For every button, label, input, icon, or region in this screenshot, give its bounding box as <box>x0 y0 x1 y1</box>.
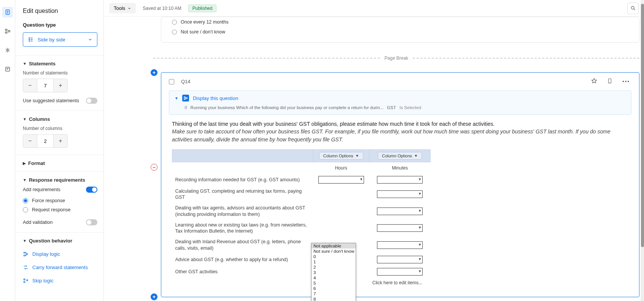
delete-question-button[interactable]: − <box>151 164 157 171</box>
search-button[interactable] <box>627 3 639 14</box>
add-requirements-toggle[interactable] <box>86 187 97 193</box>
decrement-button[interactable]: − <box>23 135 37 147</box>
column-header-minutes[interactable]: Minutes <box>369 162 431 174</box>
dropdown-option[interactable]: 4 <box>312 275 356 280</box>
statement-cell[interactable]: Learning about new or existing tax laws … <box>172 220 313 237</box>
question-id: Q14 <box>181 79 191 84</box>
num-columns-label: Number of columns <box>23 126 97 131</box>
caret-down-icon: ▼ <box>414 154 418 158</box>
column-options-button[interactable]: Column Options▼ <box>319 152 363 160</box>
edit-items-link[interactable]: Click here to edit items... <box>369 278 431 288</box>
more-button[interactable]: ••• <box>621 79 631 84</box>
caret-down-icon: ▼ <box>23 239 27 243</box>
columns-count-input[interactable] <box>37 135 54 147</box>
preview-button[interactable] <box>606 78 614 85</box>
question-header: Q14 ••• <box>161 73 639 90</box>
rail-survey-icon[interactable] <box>2 7 13 17</box>
increment-button[interactable]: + <box>54 79 67 92</box>
carry-forward-link[interactable]: Carry forward statements <box>23 261 97 274</box>
dropdown-option[interactable]: Not applicable <box>312 243 356 249</box>
statement-cell[interactable]: Advice about GST (e.g. whether to apply … <box>172 253 313 266</box>
decrement-button[interactable]: − <box>23 79 37 92</box>
request-response-radio[interactable]: Request response <box>23 207 97 212</box>
previous-question-card[interactable]: Once every 12 months Not sure / don't kn… <box>161 17 639 43</box>
question-type-value: Side by side <box>38 37 65 43</box>
rail-flow-icon[interactable] <box>2 26 13 36</box>
column-header-hours[interactable]: Hours <box>313 162 369 174</box>
add-validation-toggle[interactable] <box>86 219 97 225</box>
branch-icon <box>23 251 29 257</box>
minutes-dropdown[interactable] <box>377 224 423 232</box>
display-logic-header[interactable]: ▼ Display this question <box>169 91 631 105</box>
logic-icon <box>182 95 189 101</box>
dropdown-option[interactable]: 2 <box>312 265 356 270</box>
main-area: Tools Saved at 10:10 AM Published Once e… <box>104 0 644 301</box>
star-icon <box>591 78 597 84</box>
dropdown-option[interactable]: 0 <box>312 254 356 259</box>
radio-option[interactable]: Once every 12 months <box>172 17 628 27</box>
hours-dropdown[interactable] <box>318 176 364 184</box>
table-row: Advice about GST (e.g. whether to apply … <box>172 253 431 266</box>
dropdown-option[interactable]: 6 <box>312 286 356 291</box>
columns-header[interactable]: ▼Columns <box>23 116 97 122</box>
statements-count-input[interactable] <box>37 79 54 92</box>
radio-icon <box>23 207 28 212</box>
icon-rail <box>0 0 15 301</box>
hours-dropdown-listbox[interactable]: Not applicableNot sure / don't know01234… <box>311 243 356 301</box>
tools-button[interactable]: Tools <box>109 3 136 13</box>
question-card[interactable]: + − + Q14 ••• ▼ Display this question <box>161 72 639 297</box>
minutes-dropdown[interactable] <box>377 208 423 215</box>
minutes-dropdown[interactable] <box>377 176 423 184</box>
canvas: Once every 12 months Not sure / don't kn… <box>104 17 644 301</box>
statement-cell[interactable]: Recording information needed for GST (e.… <box>172 174 313 186</box>
add-question-above-button[interactable]: + <box>151 69 157 76</box>
table-row: Other GST activities <box>172 266 431 278</box>
skip-logic-link[interactable]: Skip logic <box>23 274 97 287</box>
statement-cell[interactable]: Calculating GST, completing and returnin… <box>172 186 313 203</box>
topbar: Tools Saved at 10:10 AM Published <box>104 0 644 17</box>
statement-cell[interactable]: Other GST activities <box>172 266 313 278</box>
force-response-radio[interactable]: Force response <box>23 198 97 203</box>
format-header[interactable]: ▶Format <box>23 160 97 166</box>
minutes-dropdown[interactable] <box>377 256 423 263</box>
question-checkbox[interactable] <box>169 79 174 84</box>
column-options-button[interactable]: Column Options▼ <box>378 152 422 160</box>
svg-rect-1 <box>5 29 7 30</box>
question-behavior-header[interactable]: ▼Question behavior <box>23 238 97 244</box>
minutes-dropdown[interactable] <box>377 241 423 249</box>
radio-option[interactable]: Not sure / don't know <box>172 27 628 37</box>
dropdown-option[interactable]: Not sure / don't know <box>312 249 356 254</box>
dropdown-option[interactable]: 8 <box>312 296 356 301</box>
dropdown-option[interactable]: 7 <box>312 291 356 296</box>
star-button[interactable] <box>590 78 599 85</box>
add-question-below-button[interactable]: + <box>151 293 157 300</box>
response-req-header[interactable]: ▼Response requirements <box>23 177 97 183</box>
search-icon <box>630 5 636 11</box>
skip-icon <box>23 278 29 284</box>
dropdown-option[interactable]: 1 <box>312 259 356 265</box>
rail-look-icon[interactable] <box>2 45 13 55</box>
question-type-select[interactable]: Side by side <box>23 32 97 47</box>
logic-condition[interactable]: If Running your business Which of the fo… <box>169 105 631 114</box>
question-text[interactable]: Thinking of the last time you dealt with… <box>161 120 639 149</box>
radio-icon <box>172 30 177 35</box>
chevron-down-icon <box>127 6 131 10</box>
statement-cell[interactable]: Dealing with Inland Revenue about GST (e… <box>172 236 313 253</box>
increment-button[interactable]: + <box>54 135 67 147</box>
display-logic-box: ▼ Display this question If Running your … <box>169 90 631 115</box>
caret-down-icon: ▼ <box>356 154 359 158</box>
add-requirements-label: Add requirements <box>23 187 60 192</box>
use-suggested-toggle[interactable] <box>86 98 97 104</box>
status-badge: Published <box>188 5 217 12</box>
minutes-dropdown[interactable] <box>377 190 423 198</box>
rail-options-icon[interactable] <box>2 64 13 74</box>
dropdown-option[interactable]: 3 <box>312 270 356 275</box>
dropdown-option[interactable]: 5 <box>312 280 356 286</box>
statement-cell[interactable]: Dealing with tax agents, advisors and ac… <box>172 203 313 220</box>
table-row: Dealing with tax agents, advisors and ac… <box>172 203 431 220</box>
svg-point-7 <box>29 39 30 40</box>
caret-down-icon: ▼ <box>23 117 27 121</box>
statements-header[interactable]: ▼Statements <box>23 61 97 67</box>
display-logic-link[interactable]: Display logic <box>23 247 97 261</box>
minutes-dropdown[interactable] <box>377 268 423 276</box>
